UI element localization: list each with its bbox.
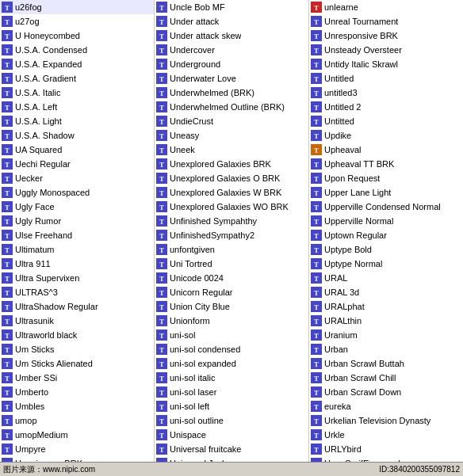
list-item[interactable]: TUrban Scrawl Buttah: [309, 356, 463, 371]
list-item[interactable]: TUntitled 2: [309, 100, 463, 114]
list-item[interactable]: TUpper Lane Light: [309, 185, 463, 200]
list-item[interactable]: TUnion City Blue: [155, 299, 308, 314]
list-item[interactable]: TURALthin: [309, 314, 463, 328]
list-item[interactable]: TUrban Scrawl Down: [309, 385, 463, 399]
list-item[interactable]: Tunlearne: [309, 0, 463, 14]
list-item[interactable]: TUnfinishedSympathy2: [155, 228, 308, 242]
list-item[interactable]: TUptype Normal: [309, 257, 463, 271]
list-item[interactable]: TUnder attack skew: [155, 29, 308, 43]
list-item[interactable]: TUltra 911: [0, 257, 154, 271]
list-item[interactable]: TUrban: [309, 342, 463, 356]
list-item[interactable]: TUmpyre: [0, 442, 154, 456]
list-item[interactable]: TURALphat: [309, 299, 463, 314]
list-item[interactable]: TUnexplored Galaxies W BRK: [155, 185, 308, 200]
list-item[interactable]: TURAL 3d: [309, 285, 463, 299]
list-item[interactable]: TUnderwhelmed (BRK): [155, 86, 308, 100]
list-item[interactable]: TUggly Monospaced: [0, 185, 154, 200]
font-name-label: Ultimatum: [15, 245, 55, 254]
list-item[interactable]: Tu26fog: [0, 0, 154, 14]
list-item[interactable]: TUniversal fruitcake: [155, 442, 308, 456]
list-item[interactable]: TUltimatum: [0, 242, 154, 257]
list-item[interactable]: TUndercover: [155, 43, 308, 57]
list-item[interactable]: Tuni-sol italic: [155, 371, 308, 385]
list-item[interactable]: Tu27og: [0, 14, 154, 29]
list-item[interactable]: TUranium: [309, 328, 463, 342]
list-item[interactable]: Tuni-sol condensed: [155, 342, 308, 356]
list-item[interactable]: TUnreal Tournament: [309, 14, 463, 29]
list-item[interactable]: Tuni-sol laser: [155, 385, 308, 399]
list-item[interactable]: TUneek: [155, 143, 308, 157]
list-item[interactable]: TUpdike: [309, 128, 463, 143]
list-item[interactable]: TUnderwhelmed Outline (BRK): [155, 100, 308, 114]
list-item[interactable]: TU.S.A. Shadow: [0, 128, 154, 143]
list-item[interactable]: Tuni-sol expanded: [155, 356, 308, 371]
list-item[interactable]: Teureka: [309, 399, 463, 413]
list-item[interactable]: TUltraShadow Regular: [0, 299, 154, 314]
list-item[interactable]: TUecker: [0, 171, 154, 185]
list-item[interactable]: TUnderground: [155, 57, 308, 71]
list-item[interactable]: TUnder attack: [155, 14, 308, 29]
list-item[interactable]: TUlse Freehand: [0, 228, 154, 242]
list-item[interactable]: TUm Sticks: [0, 342, 154, 356]
list-item[interactable]: TUpperville Normal: [309, 214, 463, 228]
list-item[interactable]: TUnionform: [155, 314, 308, 328]
list-item[interactable]: TULTRAS^3: [0, 285, 154, 299]
list-item[interactable]: Tumop: [0, 413, 154, 428]
list-item[interactable]: TU Honeycombed: [0, 29, 154, 43]
list-item[interactable]: TUltraworld black: [0, 328, 154, 342]
list-item[interactable]: TURAL: [309, 271, 463, 285]
list-item[interactable]: TUnexplored Galaxies WO BRK: [155, 200, 308, 214]
list-item[interactable]: TumopMedium: [0, 428, 154, 442]
list-item[interactable]: TUptype Bold: [309, 242, 463, 257]
list-item[interactable]: TUntidy Italic Skrawl: [309, 57, 463, 71]
list-item[interactable]: TUptown Regular: [309, 228, 463, 242]
font-type-icon: T: [311, 344, 322, 355]
list-item[interactable]: TUpon Request: [309, 171, 463, 185]
list-item[interactable]: TUrkle: [309, 428, 463, 442]
list-item[interactable]: TUndieCrust: [155, 114, 308, 128]
svg-text:T: T: [159, 175, 164, 183]
list-item[interactable]: TUrban Scrawl Chill: [309, 371, 463, 385]
list-item[interactable]: Tuni-sol outline: [155, 413, 308, 428]
list-item[interactable]: TUA Squared: [0, 143, 154, 157]
list-item[interactable]: TUnderwater Love: [155, 71, 308, 86]
list-item[interactable]: TU.S.A. Italic: [0, 86, 154, 100]
list-item[interactable]: TUncle Bob MF: [155, 0, 308, 14]
list-item[interactable]: Tuni-sol: [155, 328, 308, 342]
list-item[interactable]: TUnexplored Galaxies BRK: [155, 157, 308, 171]
list-item[interactable]: TU.S.A. Light: [0, 114, 154, 128]
list-item[interactable]: TUpheaval: [309, 143, 463, 157]
list-item[interactable]: TURLYbird: [309, 442, 463, 456]
list-item[interactable]: TU.S.A. Left: [0, 100, 154, 114]
list-item[interactable]: TUm Sticks Alienated: [0, 356, 154, 371]
list-item[interactable]: TUpperville Condensed Normal: [309, 200, 463, 214]
list-item[interactable]: TUmbles: [0, 399, 154, 413]
list-item[interactable]: TUnicode 0024: [155, 271, 308, 285]
list-item[interactable]: TUpheaval TT BRK: [309, 157, 463, 171]
list-item[interactable]: Tuntitled3: [309, 86, 463, 100]
list-item[interactable]: TUnsteady Oversteer: [309, 43, 463, 57]
list-item[interactable]: TUmberto: [0, 385, 154, 399]
list-item[interactable]: TUgly Rumor: [0, 214, 154, 228]
list-item[interactable]: TUnresponsive BRK: [309, 29, 463, 43]
list-item[interactable]: TUnispace: [155, 428, 308, 442]
list-item[interactable]: TUnicorn Regular: [155, 285, 308, 299]
list-item[interactable]: TU.S.A. Condensed: [0, 43, 154, 57]
list-item[interactable]: TUmber SSi: [0, 371, 154, 385]
list-item[interactable]: TUltrasunik: [0, 314, 154, 328]
list-item[interactable]: Tunfontgiven: [155, 242, 308, 257]
list-item[interactable]: TUgly Face: [0, 200, 154, 214]
list-item[interactable]: TUechi Regular: [0, 157, 154, 171]
list-item[interactable]: TUnexplored Galaxies O BRK: [155, 171, 308, 185]
list-item[interactable]: Tuni-sol left: [155, 399, 308, 413]
list-item[interactable]: TUrkelian Television Dynasty: [309, 413, 463, 428]
list-item[interactable]: TUntitted: [309, 114, 463, 128]
list-item[interactable]: TUni Tortred: [155, 257, 308, 271]
list-item[interactable]: TUneasy: [155, 128, 308, 143]
font-type-icon: T: [156, 372, 167, 383]
list-item[interactable]: TU.S.A. Gradient: [0, 71, 154, 86]
list-item[interactable]: TUltra Supervixen: [0, 271, 154, 285]
list-item[interactable]: TUntitled: [309, 71, 463, 86]
list-item[interactable]: TUnfinished Sympahthy: [155, 214, 308, 228]
list-item[interactable]: TU.S.A. Expanded: [0, 57, 154, 71]
